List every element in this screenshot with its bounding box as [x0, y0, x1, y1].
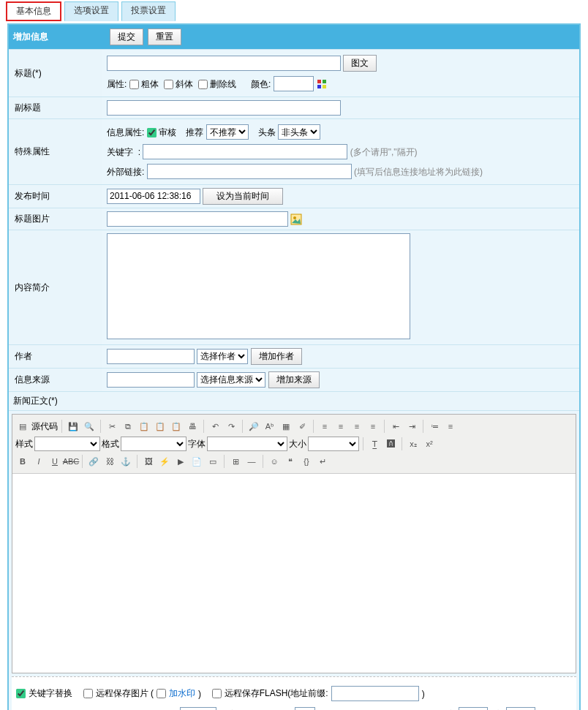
bgcolor-icon[interactable]: 🅰 [383, 437, 398, 451]
keyword-replace-checkbox[interactable] [16, 689, 26, 698]
file-icon[interactable]: 📄 [189, 454, 204, 469]
hr-icon[interactable]: — [244, 454, 259, 469]
find-icon[interactable]: 🔎 [246, 419, 261, 434]
media-icon[interactable]: ▶ [173, 454, 188, 469]
extlink-input[interactable] [147, 164, 352, 179]
recommend-select[interactable]: 不推荐 [206, 124, 249, 140]
extlink-label: 外部链接: [107, 167, 144, 177]
strike-checkbox[interactable] [198, 80, 208, 89]
align-center-icon[interactable]: ≡ [333, 419, 348, 434]
strike2-icon[interactable]: ABC [64, 454, 78, 469]
paste3-icon[interactable]: 📋 [169, 419, 184, 434]
color-input[interactable] [274, 76, 314, 91]
bold-checkbox[interactable] [129, 80, 139, 89]
image-picker-icon[interactable] [290, 214, 302, 225]
smiley-icon[interactable]: ☺ [267, 454, 282, 469]
summary-textarea[interactable] [107, 233, 410, 339]
outdent-icon[interactable]: ⇤ [388, 419, 403, 434]
print-icon[interactable]: 🖶 [185, 419, 200, 434]
align-justify-icon[interactable]: ≡ [366, 419, 380, 434]
cut-icon[interactable]: ✂ [105, 419, 119, 434]
watermark-link[interactable]: 加水印 [169, 687, 195, 700]
paste-icon[interactable]: 📋 [137, 419, 151, 434]
ul-icon[interactable]: ≡ [443, 419, 458, 434]
ol-icon[interactable]: ≔ [427, 419, 442, 434]
anchor-icon[interactable]: ⚓ [118, 454, 133, 469]
color-picker-icon[interactable] [316, 78, 328, 90]
tab-basic[interactable]: 基本信息 [6, 1, 61, 21]
indent-icon[interactable]: ⇥ [404, 419, 419, 434]
remote-flash-checkbox[interactable] [212, 689, 222, 698]
source-label[interactable]: 源代码 [31, 420, 58, 433]
align-left-icon[interactable]: ≡ [317, 419, 332, 434]
break-icon[interactable]: ↵ [315, 454, 330, 469]
paste2-icon[interactable]: 📋 [153, 419, 167, 434]
undo-icon[interactable]: ↶ [208, 419, 222, 434]
bold-label: 粗体 [141, 79, 159, 89]
page-icon[interactable]: ▭ [206, 454, 220, 469]
italic-label: 斜体 [176, 79, 193, 89]
title-input[interactable] [107, 56, 341, 71]
size-select[interactable] [308, 437, 359, 451]
textcolor-icon[interactable]: T̲ [367, 437, 382, 451]
style-select[interactable] [34, 437, 100, 451]
editor-content[interactable] [12, 474, 576, 673]
italic-checkbox[interactable] [164, 80, 173, 89]
pubtime-input[interactable] [107, 189, 200, 204]
add-source-button[interactable]: 增加来源 [268, 371, 320, 388]
link-icon[interactable]: 🔗 [86, 454, 101, 469]
format-select[interactable] [121, 437, 186, 451]
source-icon[interactable]: ▤ [15, 419, 30, 434]
source-select[interactable]: 选择信息来源 [197, 372, 265, 388]
autopage-nth-input[interactable] [295, 707, 315, 710]
copy-icon[interactable]: ⧉ [121, 419, 135, 434]
submit-button-top[interactable]: 提交 [110, 29, 143, 45]
image-icon[interactable]: 🖼 [141, 454, 156, 469]
autopage-bytes-input[interactable] [180, 707, 216, 710]
tab-options[interactable]: 选项设置 [64, 1, 118, 21]
headline-label: 头条 [258, 127, 276, 137]
italic-icon[interactable]: I [31, 454, 46, 469]
audit-checkbox[interactable] [147, 128, 157, 137]
source-input[interactable] [107, 372, 195, 388]
replace-icon[interactable]: Aᵇ [263, 419, 277, 434]
author-input[interactable] [107, 349, 195, 364]
panel-header: 增加信息 提交 重置 [9, 25, 579, 49]
sub-icon[interactable]: x₂ [406, 437, 421, 451]
quote-icon[interactable]: ❝ [283, 454, 298, 469]
label-summary: 内容简介 [9, 230, 102, 345]
tuwen-button[interactable]: 图文 [343, 55, 377, 72]
titlepic-input[interactable] [107, 211, 288, 227]
font-select[interactable] [207, 437, 287, 451]
redo-icon[interactable]: ↷ [224, 419, 238, 434]
add-author-button[interactable]: 增加作者 [251, 348, 302, 365]
removefmt-icon[interactable]: ✐ [295, 419, 309, 434]
subtitle-input[interactable] [107, 100, 341, 116]
watermark-checkbox[interactable] [157, 689, 166, 698]
setnow-button[interactable]: 设为当前时间 [203, 188, 283, 205]
thumb-height-input[interactable] [506, 707, 535, 710]
selectall-icon[interactable]: ▦ [279, 419, 293, 434]
preview-icon[interactable]: 🔍 [82, 419, 97, 434]
tab-vote[interactable]: 投票设置 [121, 1, 176, 21]
bold-icon[interactable]: B [15, 454, 30, 469]
reset-button-top[interactable]: 重置 [148, 29, 181, 45]
unlink-icon[interactable]: ⛓ [102, 454, 117, 469]
flash-prefix-input[interactable] [331, 686, 419, 701]
underline-icon[interactable]: U [48, 454, 62, 469]
align-right-icon[interactable]: ≡ [350, 419, 364, 434]
save-icon[interactable]: 💾 [66, 419, 80, 434]
table-icon[interactable]: ⊞ [228, 454, 243, 469]
label-subtitle: 副标题 [9, 97, 102, 119]
flash-icon[interactable]: ⚡ [157, 454, 172, 469]
headline-select[interactable]: 非头条 [278, 124, 320, 140]
remote-img-label: 远程保存图片 ( [96, 687, 154, 700]
sup-icon[interactable]: x² [422, 437, 437, 451]
header-title: 增加信息 [13, 31, 105, 43]
thumb-width-input[interactable] [459, 707, 488, 710]
code-icon[interactable]: {} [299, 454, 314, 469]
kw-label: 关键字替换 [29, 687, 72, 700]
remote-img-checkbox[interactable] [83, 689, 93, 698]
author-select[interactable]: 选择作者 [197, 349, 248, 364]
keyword-input[interactable] [143, 144, 347, 159]
